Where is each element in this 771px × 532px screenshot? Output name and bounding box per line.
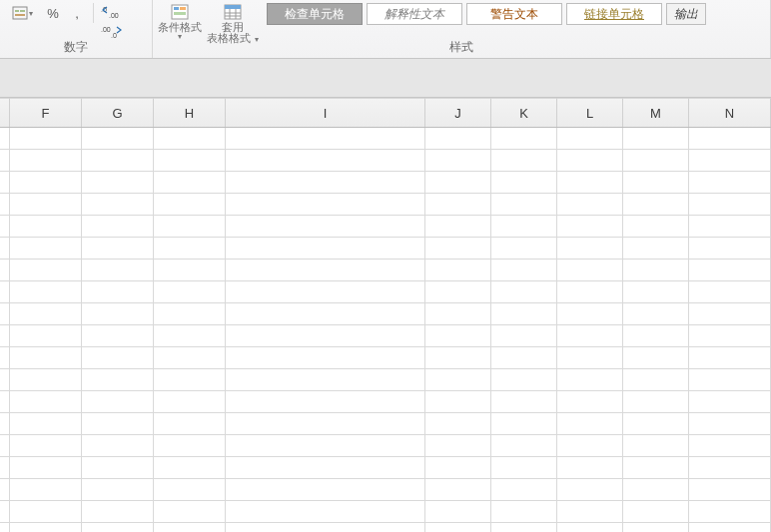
- cell[interactable]: [226, 238, 425, 260]
- cell[interactable]: [491, 479, 557, 501]
- cell[interactable]: [623, 523, 689, 532]
- conditional-formatting-button[interactable]: 条件格式 ▾: [157, 2, 203, 42]
- cell[interactable]: [491, 303, 557, 325]
- cell[interactable]: [425, 391, 491, 413]
- cell[interactable]: [491, 150, 557, 172]
- cell[interactable]: [10, 325, 82, 347]
- cell[interactable]: [557, 150, 623, 172]
- col-header-L[interactable]: L: [557, 98, 623, 127]
- style-check-cell[interactable]: 检查单元格: [267, 3, 363, 25]
- cell[interactable]: [226, 325, 425, 347]
- cell[interactable]: [425, 260, 491, 281]
- cell[interactable]: [82, 150, 154, 172]
- cell[interactable]: [557, 260, 623, 281]
- cell[interactable]: [226, 523, 425, 532]
- cell[interactable]: [0, 347, 10, 369]
- cell[interactable]: [689, 260, 771, 281]
- cell[interactable]: [557, 523, 623, 532]
- cell[interactable]: [557, 369, 623, 391]
- cell[interactable]: [82, 303, 154, 325]
- cell[interactable]: [689, 238, 771, 260]
- cell[interactable]: [491, 260, 557, 281]
- cell[interactable]: [10, 216, 82, 238]
- cell[interactable]: [623, 172, 689, 194]
- cell[interactable]: [154, 281, 226, 303]
- cell[interactable]: [226, 479, 425, 501]
- cell[interactable]: [557, 281, 623, 303]
- cell[interactable]: [0, 501, 10, 523]
- cell[interactable]: [689, 369, 771, 391]
- cell[interactable]: [689, 150, 771, 172]
- cell[interactable]: [82, 457, 154, 479]
- col-header-G[interactable]: G: [82, 98, 154, 127]
- col-header-F[interactable]: F: [10, 98, 82, 127]
- cell[interactable]: [491, 128, 557, 150]
- cell[interactable]: [425, 128, 491, 150]
- cell[interactable]: [0, 325, 10, 347]
- cell[interactable]: [82, 128, 154, 150]
- cell[interactable]: [82, 523, 154, 532]
- cell[interactable]: [557, 347, 623, 369]
- cell[interactable]: [689, 413, 771, 435]
- cell[interactable]: [425, 457, 491, 479]
- cell[interactable]: [82, 391, 154, 413]
- cell[interactable]: [226, 216, 425, 238]
- cell[interactable]: [557, 194, 623, 216]
- cell[interactable]: [10, 128, 82, 150]
- cell[interactable]: [154, 172, 226, 194]
- cell[interactable]: [0, 479, 10, 501]
- cell[interactable]: [689, 435, 771, 457]
- cell[interactable]: [623, 501, 689, 523]
- cell[interactable]: [623, 128, 689, 150]
- cell[interactable]: [226, 435, 425, 457]
- cell[interactable]: [425, 194, 491, 216]
- cell[interactable]: [82, 435, 154, 457]
- cell[interactable]: [491, 281, 557, 303]
- decrease-decimal-button[interactable]: .00 .0: [99, 22, 127, 42]
- cell[interactable]: [0, 238, 10, 260]
- cell[interactable]: [10, 479, 82, 501]
- cell[interactable]: [10, 435, 82, 457]
- cell[interactable]: [689, 325, 771, 347]
- cell[interactable]: [10, 347, 82, 369]
- cell[interactable]: [226, 457, 425, 479]
- cell[interactable]: [226, 172, 425, 194]
- cell[interactable]: [557, 391, 623, 413]
- cell[interactable]: [425, 501, 491, 523]
- cell[interactable]: [623, 391, 689, 413]
- cell[interactable]: [557, 172, 623, 194]
- cell[interactable]: [0, 391, 10, 413]
- cell[interactable]: [10, 281, 82, 303]
- cell[interactable]: [557, 128, 623, 150]
- col-header-N[interactable]: N: [689, 98, 771, 127]
- cell[interactable]: [491, 347, 557, 369]
- col-header-I[interactable]: I: [226, 98, 425, 127]
- cell[interactable]: [425, 369, 491, 391]
- cell[interactable]: [623, 194, 689, 216]
- cell[interactable]: [689, 479, 771, 501]
- cell[interactable]: [557, 435, 623, 457]
- cell[interactable]: [154, 435, 226, 457]
- cell[interactable]: [154, 523, 226, 532]
- cell[interactable]: [0, 128, 10, 150]
- cell[interactable]: [226, 369, 425, 391]
- cell[interactable]: [10, 457, 82, 479]
- comma-style-button[interactable]: ,: [66, 2, 88, 24]
- cell[interactable]: [82, 281, 154, 303]
- cell[interactable]: [154, 128, 226, 150]
- style-warning-text[interactable]: 警告文本: [466, 3, 562, 25]
- cell[interactable]: [0, 523, 10, 532]
- cell[interactable]: [491, 435, 557, 457]
- cell[interactable]: [0, 150, 10, 172]
- cell[interactable]: [154, 260, 226, 281]
- cell[interactable]: [557, 238, 623, 260]
- cell[interactable]: [154, 479, 226, 501]
- cell[interactable]: [82, 194, 154, 216]
- increase-decimal-button[interactable]: .0 .00: [99, 2, 127, 22]
- cell[interactable]: [623, 457, 689, 479]
- cell[interactable]: [154, 457, 226, 479]
- cell[interactable]: [0, 413, 10, 435]
- cell[interactable]: [82, 216, 154, 238]
- cell[interactable]: [226, 413, 425, 435]
- cell[interactable]: [10, 150, 82, 172]
